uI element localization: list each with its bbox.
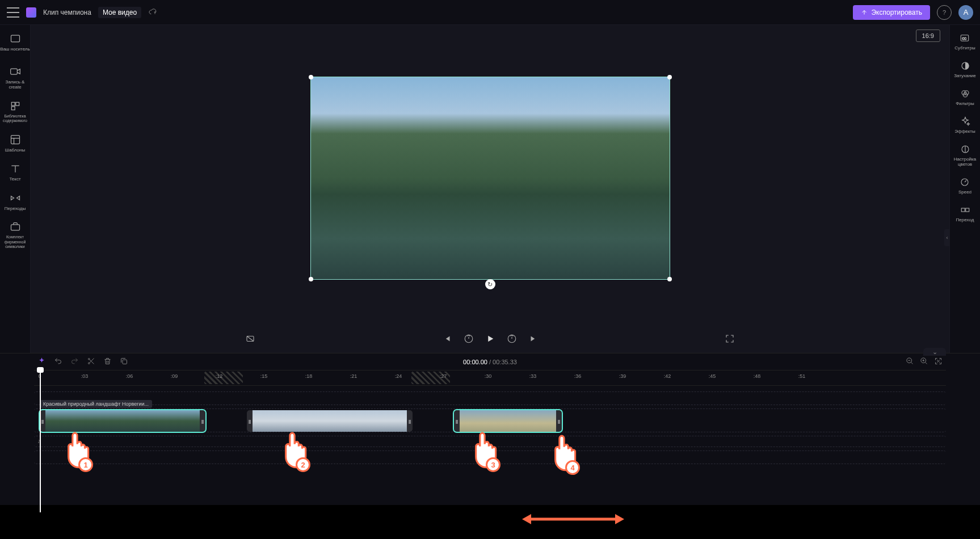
menu-icon[interactable]: [7, 7, 19, 18]
timeline-ruler[interactable]: 0 :03 :06 :09 :12 :15 :18 :21 :24 :27 :3…: [34, 370, 946, 386]
ruler-tick: :18: [305, 373, 313, 379]
timeline: ⌄ 00:00.00 / 00:35.33 0 :03 :06 :09 :: [0, 353, 980, 505]
svg-marker-26: [522, 514, 531, 524]
sidebar-item-record[interactable]: Запись & create: [0, 66, 31, 90]
preview-canvas[interactable]: ↻: [310, 77, 670, 280]
zoom-out-icon[interactable]: [906, 357, 914, 367]
timecode: 00:00.00 / 00:35.33: [463, 359, 517, 365]
panel-item-effects[interactable]: Эффекты: [954, 116, 975, 134]
tutorial-hand-3: 3: [465, 431, 500, 472]
ruler-tick: :45: [709, 373, 716, 379]
panel-item-transition[interactable]: Переход: [956, 205, 974, 222]
svg-rect-22: [123, 360, 127, 364]
tutorial-hand-4: 4: [545, 434, 580, 475]
clip-trim-handle[interactable]: ||: [454, 410, 460, 432]
tutorial-arrow-icon: [522, 511, 624, 528]
video-track-row[interactable]: Красивый природный ландшафт Норвегии... …: [34, 409, 946, 432]
ruler-tick: :33: [529, 373, 537, 379]
timeline-clip-2[interactable]: || ||: [247, 410, 413, 432]
panel-item-speed[interactable]: Speed: [958, 177, 971, 195]
track-row[interactable]: [34, 391, 946, 405]
gap-zone: [204, 372, 243, 384]
svg-point-21: [89, 363, 90, 364]
clip-tooltip: Красивый природный ландшафт Норвегии...: [40, 400, 152, 408]
svg-rect-19: [965, 208, 969, 212]
seek-forward-icon[interactable]: [507, 334, 517, 344]
ruler-tick: :21: [350, 373, 357, 379]
svg-point-20: [89, 359, 90, 360]
svg-rect-4: [11, 107, 15, 110]
avatar[interactable]: A: [958, 5, 973, 20]
zoom-in-icon[interactable]: [920, 357, 928, 367]
undo-icon[interactable]: [54, 357, 62, 367]
clip-trim-handle[interactable]: ||: [200, 410, 205, 432]
redo-icon[interactable]: [70, 357, 79, 367]
app-title: Клип чемпиона: [43, 9, 91, 16]
svg-rect-3: [15, 102, 19, 106]
project-name[interactable]: Мое видео: [98, 7, 141, 18]
ruler-tick: :06: [126, 373, 133, 379]
app-logo: [26, 7, 36, 18]
resize-handle-bl[interactable]: [309, 277, 313, 281]
timeline-clip-3[interactable]: || ||: [454, 410, 562, 432]
svg-rect-5: [11, 135, 19, 144]
resize-handle-br[interactable]: [667, 277, 672, 281]
export-label: Экспортировать: [871, 9, 922, 16]
panel-item-fade[interactable]: Затухание: [954, 61, 976, 78]
clip-trim-handle[interactable]: ||: [407, 410, 413, 432]
cloud-sync-icon: [148, 8, 157, 17]
ruler-tick: :03: [81, 373, 89, 379]
panel-item-color[interactable]: Настройка цветов: [950, 144, 980, 167]
rotate-handle[interactable]: ↻: [485, 279, 495, 289]
timeline-clip-1[interactable]: || ||: [40, 410, 205, 432]
ruler-tick: :15: [260, 373, 268, 379]
help-icon[interactable]: ?: [937, 5, 952, 20]
delete-icon[interactable]: [103, 357, 112, 367]
svg-rect-2: [11, 102, 15, 106]
svg-marker-27: [615, 514, 624, 524]
sidebar-item-transitions[interactable]: Переходы: [0, 192, 31, 212]
playhead[interactable]: [40, 370, 41, 512]
fullscreen-icon[interactable]: [725, 334, 735, 344]
seek-back-icon[interactable]: [464, 334, 474, 344]
ruler-tick: :51: [798, 373, 806, 379]
collapse-right-sidebar-icon[interactable]: ‹: [944, 229, 950, 246]
ruler-tick: :09: [171, 373, 178, 379]
ruler-tick: :27: [440, 373, 447, 379]
split-icon[interactable]: [87, 357, 95, 367]
ruler-tick: :39: [619, 373, 626, 379]
tutorial-hand-1: 1: [58, 431, 93, 472]
panel-item-subtitles[interactable]: CC Субтитры: [954, 33, 975, 50]
ruler-tick: :30: [485, 373, 492, 379]
skip-back-icon[interactable]: [442, 334, 452, 344]
panel-item-filters[interactable]: Фильтры: [956, 89, 974, 106]
zoom-fit-icon[interactable]: [934, 357, 943, 367]
export-button[interactable]: Экспортировать: [853, 5, 930, 20]
sidebar-item-templates[interactable]: Шаблоны: [0, 134, 31, 153]
mute-icon[interactable]: [245, 334, 255, 344]
sidebar-item-media[interactable]: Ваш носитель: [0, 33, 31, 52]
svg-rect-18: [961, 208, 965, 212]
resize-handle-tl[interactable]: [309, 75, 313, 79]
clip-trim-handle[interactable]: ||: [247, 410, 253, 432]
collapse-timeline-icon[interactable]: ⌄: [923, 348, 946, 356]
ruler-tick: :24: [395, 373, 402, 379]
timeline-toolbar: ⌄ 00:00.00 / 00:35.33: [0, 353, 980, 370]
ruler-tick: :12: [216, 373, 223, 379]
svg-rect-1: [10, 69, 17, 74]
ruler-tick: :36: [574, 373, 582, 379]
skip-forward-icon[interactable]: [528, 334, 539, 344]
tracks: Красивый природный ландшафт Норвегии... …: [34, 386, 946, 505]
ai-sparkle-icon[interactable]: [37, 357, 46, 367]
aspect-ratio-button[interactable]: 16:9: [916, 30, 940, 42]
resize-handle-tr[interactable]: [667, 75, 672, 79]
sidebar-item-text[interactable]: Текст: [0, 163, 31, 182]
svg-rect-0: [11, 35, 19, 42]
ruler-tick: :48: [754, 373, 761, 379]
clip-trim-handle[interactable]: ||: [556, 410, 562, 432]
duplicate-icon[interactable]: [120, 357, 128, 367]
sidebar-item-brandkit[interactable]: Комплект фирменной символики: [0, 221, 31, 249]
svg-rect-6: [11, 225, 19, 230]
play-button[interactable]: [485, 334, 495, 344]
sidebar-item-library[interactable]: Библиотека содержимого: [0, 100, 31, 124]
